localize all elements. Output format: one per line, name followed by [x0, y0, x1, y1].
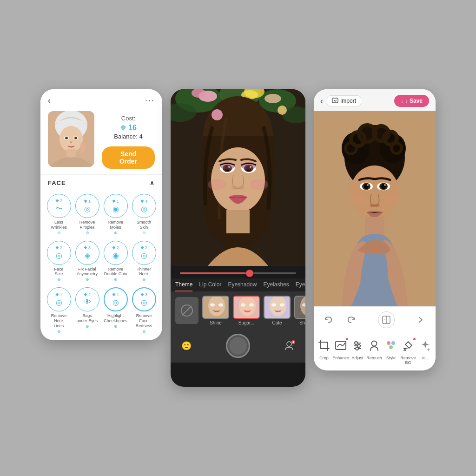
filter-thumb-shadow[interactable]: Shadow: [294, 296, 305, 325]
tool-remove-bg[interactable]: Remove BG: [399, 337, 417, 365]
emoji-button[interactable]: 🙂: [180, 339, 193, 352]
face-circle-cheekbones: 1 ◎: [104, 287, 128, 311]
face-item-label-neck: ThinnerNeck: [137, 267, 151, 277]
face-circle-smooth: 4 ◎: [132, 194, 156, 218]
tool-crop[interactable]: Crop: [316, 337, 332, 365]
phone1: ‹ ···: [40, 89, 162, 340]
phone3-import-button[interactable]: Import: [327, 95, 361, 106]
face-item-fix-asymmetry[interactable]: 3 ◈ Fix FacialAsymmetry ⊕: [73, 239, 101, 284]
capture-button[interactable]: [226, 334, 250, 358]
enhance-dot: [346, 338, 348, 340]
face-item-label-eyebags: Bagsunder Eyes: [77, 313, 98, 324]
face-item-redness[interactable]: 3 ◎ Remove FaceRedness ⊕: [130, 285, 158, 335]
face-icon-necklines: ◎: [56, 298, 62, 307]
gem-row-moles: 1: [112, 199, 119, 204]
expand-button[interactable]: [413, 312, 428, 327]
phone2: Theme Lip Color Eyeshadow Eyelashes Eyeb…: [171, 89, 305, 387]
face-icon-redness: ◎: [141, 298, 147, 307]
phone3-back-button[interactable]: ‹: [320, 96, 323, 106]
no-filter-button[interactable]: [175, 297, 198, 324]
svg-point-112: [391, 341, 395, 345]
phone1-back-button[interactable]: ‹: [48, 96, 51, 106]
tab-eyelashes[interactable]: Eyelashes: [263, 281, 289, 291]
phone3-photo: [314, 111, 436, 306]
face-item-hint-asymmetry: ⊕: [86, 277, 89, 282]
face-item-neck-lines[interactable]: 1 ◎ Remove NeckLines ⊕: [45, 285, 73, 335]
face-icon-pimples: ◎: [84, 205, 91, 213]
undo-button[interactable]: [321, 312, 336, 327]
tab-eyeshadow[interactable]: Eyeshadow: [228, 281, 257, 291]
tab-theme[interactable]: Theme: [175, 281, 192, 291]
face-item-remove-pimples[interactable]: 1 ◎ RemovePimples ⊕: [73, 192, 101, 237]
tool-adjust[interactable]: Adjust: [349, 337, 366, 365]
svg-point-96: [374, 204, 380, 207]
svg-point-48: [250, 179, 268, 190]
crop-icon: [316, 337, 332, 354]
svg-marker-11: [84, 199, 87, 203]
person-icon[interactable]: [283, 339, 296, 352]
svg-point-43: [228, 166, 230, 168]
face-item-double-chin[interactable]: 2 ◉ RemoveDouble Chin ⊕: [102, 239, 129, 284]
face-item-label-moles: RemoveMoles: [108, 220, 124, 230]
svg-marker-17: [140, 246, 144, 250]
face-item-label-pimples: RemovePimples: [79, 220, 95, 230]
svg-marker-18: [55, 293, 59, 296]
save-arrow-icon: ↓: [401, 98, 403, 104]
filter-label-sugar: Sugar...: [238, 320, 254, 325]
phone2-photo: [171, 89, 305, 266]
redo-button[interactable]: [344, 312, 358, 327]
tool-enhance[interactable]: Enhance: [332, 337, 349, 365]
face-item-label-cheekbones: HighlightCheekbones: [104, 313, 127, 324]
compare-icon: [382, 316, 390, 324]
face-circle-pimples: 1 ◎: [75, 194, 99, 218]
face-item-less-wrinkles[interactable]: 2 〜 LessWrinkles ⊕: [45, 192, 73, 237]
face-circle-less-wrinkles: 2 〜: [47, 194, 71, 218]
face-item-face-size[interactable]: 2 ◎ FaceSize ⊕: [45, 239, 73, 284]
filter-label-shadow: Shadow: [299, 320, 305, 325]
face-item-smooth-skin[interactable]: 4 ◎ SmoothSkin ⊕: [130, 192, 158, 237]
thumb-face-shine: [203, 297, 229, 319]
face-item-remove-moles[interactable]: 1 ◉ RemoveMoles ⊕: [102, 192, 129, 237]
svg-marker-13: [140, 199, 144, 203]
face-item-label-wrinkles: LessWrinkles: [51, 220, 66, 230]
import-icon: [332, 98, 338, 104]
crop-icon-svg: [318, 339, 330, 351]
svg-point-47: [208, 179, 226, 190]
face-icon-asymmetry: ◈: [85, 251, 90, 260]
portrait-svg: [48, 111, 94, 167]
phone2-slider-track[interactable]: [180, 272, 296, 274]
face-circle-neck: 2 ◎: [132, 241, 156, 265]
style-icon-svg: [385, 339, 397, 351]
filter-label-shine: Shine: [210, 320, 222, 325]
filter-thumb-cute[interactable]: Cute: [264, 296, 291, 325]
phone2-slider-thumb[interactable]: [246, 270, 253, 277]
gem-row-necklines: 1: [55, 292, 62, 297]
svg-point-61: [249, 304, 254, 307]
svg-point-111: [387, 341, 390, 345]
import-label: Import: [340, 98, 356, 104]
thumb-img-shine: [202, 296, 229, 319]
svg-point-93: [367, 184, 369, 186]
face-item-thinner-neck[interactable]: 2 ◎ ThinnerNeck ⊕: [130, 239, 158, 284]
face-items-grid: 2 〜 LessWrinkles ⊕ 1 ◎ RemovePimples ⊕: [40, 190, 162, 340]
face-item-eye-bags[interactable]: 2 👁 Bagsunder Eyes ⊕: [73, 285, 101, 335]
svg-marker-12: [112, 199, 115, 203]
enhance-icon-svg: [335, 339, 347, 351]
phone3-save-button[interactable]: ↓ ↓ Save: [394, 95, 429, 107]
filter-thumb-shine[interactable]: Shine: [202, 296, 229, 325]
retouch-icon-svg: [368, 339, 380, 351]
face-item-cheekbones[interactable]: 1 ◎ HighlightCheekbones ⊕: [102, 285, 129, 335]
svg-point-64: [271, 304, 276, 307]
tab-lip-color[interactable]: Lip Color: [199, 281, 221, 291]
tool-retouch[interactable]: Retouch: [366, 337, 383, 365]
svg-point-44: [250, 166, 251, 168]
send-order-button[interactable]: Send Order: [102, 146, 155, 169]
phone1-more-button[interactable]: ···: [145, 96, 155, 106]
tool-style[interactable]: Style: [383, 337, 399, 365]
compare-button[interactable]: [378, 311, 395, 328]
face-item-hint: ⊕: [57, 231, 61, 235]
tool-ai[interactable]: AI...: [417, 337, 434, 365]
tab-eyebrow[interactable]: Eyebro...: [296, 281, 305, 291]
svg-rect-103: [336, 341, 346, 350]
filter-thumb-sugar[interactable]: Sugar...: [233, 296, 260, 325]
